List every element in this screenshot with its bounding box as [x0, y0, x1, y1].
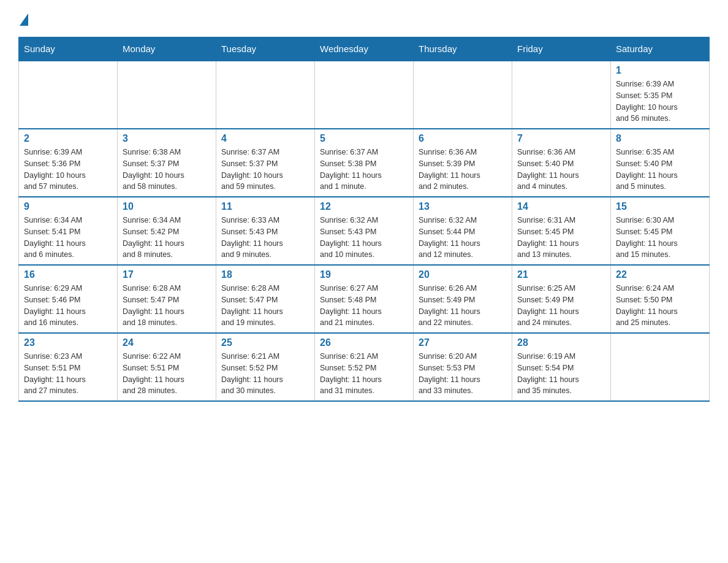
day-info: Sunrise: 6:30 AM Sunset: 5:45 PM Dayligh…	[616, 215, 704, 261]
day-info: Sunrise: 6:27 AM Sunset: 5:48 PM Dayligh…	[320, 283, 408, 329]
calendar-cell: 12Sunrise: 6:32 AM Sunset: 5:43 PM Dayli…	[315, 197, 414, 265]
calendar-cell: 27Sunrise: 6:20 AM Sunset: 5:53 PM Dayli…	[414, 333, 512, 401]
calendar-cell: 15Sunrise: 6:30 AM Sunset: 5:45 PM Dayli…	[611, 197, 710, 265]
logo-triangle-icon	[20, 13, 28, 26]
day-number: 23	[24, 337, 112, 348]
day-number: 26	[320, 337, 408, 348]
calendar-cell: 1Sunrise: 6:39 AM Sunset: 5:35 PM Daylig…	[611, 61, 710, 129]
day-number: 25	[221, 337, 309, 348]
calendar-week-2: 2Sunrise: 6:39 AM Sunset: 5:36 PM Daylig…	[19, 129, 710, 197]
calendar-cell: 21Sunrise: 6:25 AM Sunset: 5:49 PM Dayli…	[512, 265, 611, 333]
day-info: Sunrise: 6:25 AM Sunset: 5:49 PM Dayligh…	[517, 283, 605, 329]
day-info: Sunrise: 6:37 AM Sunset: 5:38 PM Dayligh…	[320, 147, 408, 193]
day-number: 10	[123, 201, 211, 212]
calendar-table: SundayMondayTuesdayWednesdayThursdayFrid…	[18, 37, 710, 402]
day-info: Sunrise: 6:19 AM Sunset: 5:54 PM Dayligh…	[517, 351, 605, 397]
logo	[18, 12, 28, 26]
weekday-header-sunday: Sunday	[19, 37, 118, 61]
day-number: 27	[419, 337, 507, 348]
weekday-header-row: SundayMondayTuesdayWednesdayThursdayFrid…	[19, 37, 710, 61]
calendar-cell: 19Sunrise: 6:27 AM Sunset: 5:48 PM Dayli…	[315, 265, 414, 333]
day-info: Sunrise: 6:39 AM Sunset: 5:36 PM Dayligh…	[24, 147, 112, 193]
calendar-cell	[611, 333, 710, 401]
day-number: 13	[419, 201, 507, 212]
day-info: Sunrise: 6:39 AM Sunset: 5:35 PM Dayligh…	[616, 79, 704, 124]
day-number: 6	[419, 133, 507, 144]
calendar-cell: 8Sunrise: 6:35 AM Sunset: 5:40 PM Daylig…	[611, 129, 710, 197]
weekday-header-saturday: Saturday	[611, 37, 710, 61]
day-number: 1	[616, 65, 704, 76]
day-info: Sunrise: 6:26 AM Sunset: 5:49 PM Dayligh…	[419, 283, 507, 329]
calendar-week-1: 1Sunrise: 6:39 AM Sunset: 5:35 PM Daylig…	[19, 61, 710, 129]
day-number: 14	[517, 201, 605, 212]
calendar-cell: 17Sunrise: 6:28 AM Sunset: 5:47 PM Dayli…	[118, 265, 216, 333]
calendar-cell	[414, 61, 512, 129]
day-number: 4	[221, 133, 309, 144]
calendar-cell: 10Sunrise: 6:34 AM Sunset: 5:42 PM Dayli…	[118, 197, 216, 265]
day-info: Sunrise: 6:33 AM Sunset: 5:43 PM Dayligh…	[221, 215, 309, 261]
calendar-cell: 26Sunrise: 6:21 AM Sunset: 5:52 PM Dayli…	[315, 333, 414, 401]
calendar-cell	[216, 61, 315, 129]
day-info: Sunrise: 6:21 AM Sunset: 5:52 PM Dayligh…	[320, 351, 408, 397]
calendar-cell: 13Sunrise: 6:32 AM Sunset: 5:44 PM Dayli…	[414, 197, 512, 265]
day-number: 11	[221, 201, 309, 212]
weekday-header-wednesday: Wednesday	[315, 37, 414, 61]
calendar-cell	[512, 61, 611, 129]
calendar-cell	[118, 61, 216, 129]
day-info: Sunrise: 6:28 AM Sunset: 5:47 PM Dayligh…	[123, 283, 211, 329]
calendar-cell: 7Sunrise: 6:36 AM Sunset: 5:40 PM Daylig…	[512, 129, 611, 197]
day-info: Sunrise: 6:24 AM Sunset: 5:50 PM Dayligh…	[616, 283, 704, 329]
weekday-header-thursday: Thursday	[414, 37, 512, 61]
day-number: 19	[320, 269, 408, 280]
day-info: Sunrise: 6:29 AM Sunset: 5:46 PM Dayligh…	[24, 283, 112, 329]
day-number: 12	[320, 201, 408, 212]
calendar-cell: 3Sunrise: 6:38 AM Sunset: 5:37 PM Daylig…	[118, 129, 216, 197]
weekday-header-monday: Monday	[118, 37, 216, 61]
day-number: 15	[616, 201, 704, 212]
day-number: 8	[616, 133, 704, 144]
day-number: 24	[123, 337, 211, 348]
day-info: Sunrise: 6:20 AM Sunset: 5:53 PM Dayligh…	[419, 351, 507, 397]
calendar-cell: 6Sunrise: 6:36 AM Sunset: 5:39 PM Daylig…	[414, 129, 512, 197]
calendar-cell	[19, 61, 118, 129]
day-number: 9	[24, 201, 112, 212]
calendar-cell: 28Sunrise: 6:19 AM Sunset: 5:54 PM Dayli…	[512, 333, 611, 401]
day-info: Sunrise: 6:32 AM Sunset: 5:44 PM Dayligh…	[419, 215, 507, 261]
day-info: Sunrise: 6:21 AM Sunset: 5:52 PM Dayligh…	[221, 351, 309, 397]
day-number: 3	[123, 133, 211, 144]
day-info: Sunrise: 6:37 AM Sunset: 5:37 PM Dayligh…	[221, 147, 309, 193]
calendar-cell	[315, 61, 414, 129]
day-info: Sunrise: 6:22 AM Sunset: 5:51 PM Dayligh…	[123, 351, 211, 397]
day-info: Sunrise: 6:38 AM Sunset: 5:37 PM Dayligh…	[123, 147, 211, 193]
calendar-cell: 18Sunrise: 6:28 AM Sunset: 5:47 PM Dayli…	[216, 265, 315, 333]
calendar-cell: 4Sunrise: 6:37 AM Sunset: 5:37 PM Daylig…	[216, 129, 315, 197]
day-info: Sunrise: 6:35 AM Sunset: 5:40 PM Dayligh…	[616, 147, 704, 193]
day-number: 7	[517, 133, 605, 144]
day-number: 16	[24, 269, 112, 280]
weekday-header-friday: Friday	[512, 37, 611, 61]
day-info: Sunrise: 6:28 AM Sunset: 5:47 PM Dayligh…	[221, 283, 309, 329]
day-number: 2	[24, 133, 112, 144]
page-header	[18, 12, 710, 26]
calendar-cell: 11Sunrise: 6:33 AM Sunset: 5:43 PM Dayli…	[216, 197, 315, 265]
calendar-cell: 25Sunrise: 6:21 AM Sunset: 5:52 PM Dayli…	[216, 333, 315, 401]
day-info: Sunrise: 6:34 AM Sunset: 5:42 PM Dayligh…	[123, 215, 211, 261]
day-number: 18	[221, 269, 309, 280]
day-info: Sunrise: 6:31 AM Sunset: 5:45 PM Dayligh…	[517, 215, 605, 261]
calendar-cell: 23Sunrise: 6:23 AM Sunset: 5:51 PM Dayli…	[19, 333, 118, 401]
day-number: 22	[616, 269, 704, 280]
calendar-cell: 24Sunrise: 6:22 AM Sunset: 5:51 PM Dayli…	[118, 333, 216, 401]
day-info: Sunrise: 6:32 AM Sunset: 5:43 PM Dayligh…	[320, 215, 408, 261]
day-info: Sunrise: 6:36 AM Sunset: 5:40 PM Dayligh…	[517, 147, 605, 193]
day-number: 21	[517, 269, 605, 280]
day-number: 28	[517, 337, 605, 348]
weekday-header-tuesday: Tuesday	[216, 37, 315, 61]
calendar-cell: 20Sunrise: 6:26 AM Sunset: 5:49 PM Dayli…	[414, 265, 512, 333]
calendar-cell: 2Sunrise: 6:39 AM Sunset: 5:36 PM Daylig…	[19, 129, 118, 197]
calendar-week-4: 16Sunrise: 6:29 AM Sunset: 5:46 PM Dayli…	[19, 265, 710, 333]
calendar-week-5: 23Sunrise: 6:23 AM Sunset: 5:51 PM Dayli…	[19, 333, 710, 401]
calendar-cell: 22Sunrise: 6:24 AM Sunset: 5:50 PM Dayli…	[611, 265, 710, 333]
day-info: Sunrise: 6:23 AM Sunset: 5:51 PM Dayligh…	[24, 351, 112, 397]
calendar-cell: 5Sunrise: 6:37 AM Sunset: 5:38 PM Daylig…	[315, 129, 414, 197]
day-number: 5	[320, 133, 408, 144]
